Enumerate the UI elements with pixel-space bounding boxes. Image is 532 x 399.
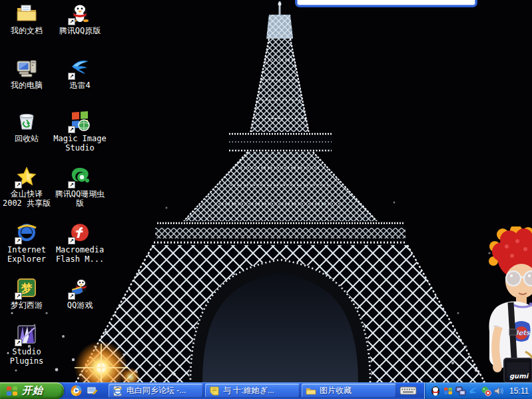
windows-media-player-icon[interactable]: [71, 385, 82, 396]
taskbar-button-forum[interactable]: 电白同乡论坛 -...: [109, 384, 203, 398]
tray-volume-icon[interactable]: [493, 386, 504, 396]
shortcut-arrow-badge: ↗: [68, 18, 75, 25]
desktop-icon-xunlei4[interactable]: ↗ 迅雷4: [45, 57, 115, 90]
taskbar-button-qq-chat[interactable]: 与 十:維她ぎ...: [205, 384, 300, 398]
tray-qq-icon[interactable]: [430, 386, 441, 396]
avatar-bag: gumi: [504, 358, 532, 382]
tray-clock[interactable]: 15:11: [509, 386, 529, 396]
shortcut-arrow-badge: ↗: [15, 181, 22, 189]
avatar-sunglasses: [506, 271, 532, 286]
taskbar-button-pictures-folder[interactable]: 图片收藏: [302, 384, 396, 398]
shortcut-arrow-badge: ↗: [15, 339, 22, 346]
tray-thunder-icon[interactable]: [468, 386, 479, 396]
recycle-bin-icon: [16, 111, 37, 132]
my-documents-icon: [16, 3, 37, 24]
shortcut-arrow-badge: ↗: [68, 73, 75, 80]
language-bar-keyboard-icon[interactable]: [399, 385, 417, 396]
desktop-icon-label: Magic Image Studio: [45, 134, 115, 153]
desktop-icon-label: 迅雷4: [45, 81, 115, 90]
shortcut-arrow-badge: ↗: [15, 292, 22, 300]
svg-text:梦: 梦: [21, 282, 33, 295]
shortcut-arrow-badge: ↗: [68, 181, 75, 189]
tray-network-icon[interactable]: [455, 386, 466, 396]
desktop-icon-qq-coral[interactable]: ↗ 腾讯QQ珊瑚虫 版: [45, 166, 115, 208]
my-computer-icon: [16, 57, 37, 79]
ie-page-icon: [113, 386, 123, 396]
tray-coral-alert-icon[interactable]: [481, 386, 491, 396]
desktop-icon-label: 腾讯QQ原版: [45, 26, 115, 35]
taskbar-button-label: 图片收藏: [320, 385, 352, 396]
desktop-icon-label: Macromedia Flash M...: [45, 245, 115, 264]
folder-icon: [306, 386, 316, 396]
start-button[interactable]: 开始: [0, 382, 64, 399]
shortcut-arrow-badge: ↗: [68, 237, 75, 244]
desktop-icon-label: 腾讯QQ珊瑚虫 版: [45, 189, 115, 208]
taskbar-button-label: 电白同乡论坛 -...: [127, 385, 186, 396]
taskbar: 开始: [0, 382, 532, 399]
system-tray: 15:11: [424, 382, 532, 399]
show-desktop-icon[interactable]: [87, 385, 98, 396]
desktop-icon-studio-plugins[interactable]: ↗ Studio Plugins: [0, 324, 61, 366]
shortcut-arrow-badge: ↗: [68, 292, 75, 300]
desktop-icon-tencent-qq-original[interactable]: ↗ 腾讯QQ原版: [45, 3, 115, 35]
desktop-avatar-character[interactable]: Nets gumi: [484, 226, 532, 382]
shortcut-arrow-badge: ↗: [68, 126, 75, 133]
desktop-icon-macromedia-flash[interactable]: ↗ Macromedia Flash M...: [45, 222, 115, 264]
offscreen-window-bottom-edge[interactable]: [295, 0, 477, 7]
shortcut-arrow-badge: ↗: [15, 237, 22, 244]
desktop-icon-magic-image-studio[interactable]: ↗ Magic Image Studio: [45, 111, 115, 153]
desktop-icon-qq-games[interactable]: ↗ QQ游戏: [45, 277, 115, 310]
avatar-bag-text: gumi: [509, 372, 529, 380]
desktop-icon-label: Studio Plugins: [0, 347, 61, 366]
tray-windows-messenger-icon[interactable]: [443, 386, 453, 396]
desktop-icon-label: QQ游戏: [45, 300, 115, 310]
start-button-label: 开始: [22, 384, 43, 397]
taskbar-button-label: 与 十:維她ぎ...: [223, 385, 274, 396]
avatar-hand: [493, 362, 502, 372]
desktop-screen: 我的文档 ↗ 腾讯QQ原版 我的电脑 ↗ 迅雷: [0, 0, 532, 399]
chat-note-icon: [209, 386, 220, 396]
quick-launch-bar: [67, 384, 98, 398]
windows-logo-icon: [5, 384, 19, 398]
